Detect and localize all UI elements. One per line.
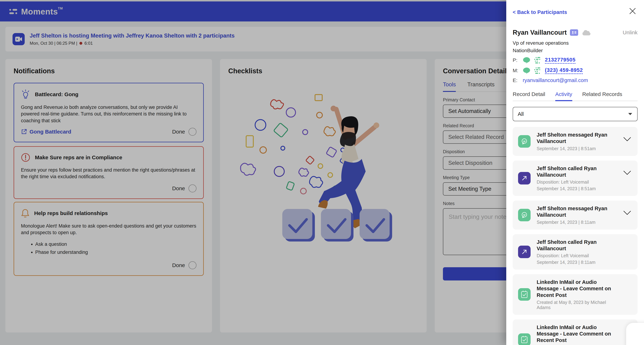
chevron-down-icon[interactable]: [623, 137, 631, 142]
phone-row: P:2132779505: [513, 57, 638, 64]
phone-row: M:(323) 459-8952: [513, 67, 638, 74]
dialer-icon[interactable]: [534, 57, 542, 64]
activity-filter-value: All: [518, 111, 524, 117]
activity-item[interactable]: LinkedIn InMail or Audio Message - Leave…: [513, 274, 638, 315]
activity-timestamp: Created at May 8, 2023 by Michael Adams: [537, 300, 620, 310]
email-prefix: E:: [513, 78, 520, 83]
close-icon[interactable]: [628, 7, 636, 15]
caret-down-icon: [628, 113, 632, 115]
unlink-button[interactable]: Unlink: [623, 29, 638, 35]
activity-timestamp: September 14, 2023 | 8:11am: [537, 260, 620, 265]
tab-related-records[interactable]: Related Records: [582, 91, 622, 101]
activity-item[interactable]: Jeff Shelton messaged Ryan VaillancourtS…: [513, 201, 638, 230]
activity-timestamp: September 14, 2023 | 8:51am: [537, 146, 620, 151]
contact-rows: P:2132779505M:(323) 459-8952: [513, 57, 638, 74]
activity-title: LinkedIn InMail or Audio Message - Leave…: [537, 324, 620, 344]
participant-drawer: < Back to Participants Ryan Vaillancourt…: [506, 0, 644, 345]
activity-item[interactable]: Jeff Shelton messaged Ryan VaillancourtS…: [513, 127, 638, 156]
activity-title: Jeff Shelton messaged Ryan Vaillancourt: [537, 205, 620, 218]
phone-prefix: M:: [513, 68, 520, 73]
activity-item[interactable]: Jeff Shelton called Ryan VaillancourtDis…: [513, 161, 638, 196]
message-icon: [518, 135, 530, 148]
participant-company: NationBuilder: [513, 48, 638, 53]
cloud-icon[interactable]: [582, 29, 591, 36]
tab-record-detail[interactable]: Record Detail: [513, 91, 545, 101]
activity-title: LinkedIn InMail or Audio Message - Leave…: [537, 279, 620, 298]
app-root: MomentsTM Jeff Shelton is hosting Meetin…: [0, 0, 644, 345]
contact-card-icon[interactable]: [570, 29, 578, 36]
activity-disposition: Disposition: Left Voicemail: [537, 179, 620, 185]
chevron-down-icon[interactable]: [623, 171, 631, 175]
activity-filter-select[interactable]: All: [513, 107, 638, 121]
phone-prefix: P:: [513, 57, 520, 63]
email-link[interactable]: ryanvaillancourt@gmail.com: [523, 77, 588, 83]
activity-title: Jeff Shelton called Ryan Vaillancourt: [537, 239, 620, 252]
activity-timestamp: September 14, 2023 | 8:51am: [537, 186, 620, 191]
call-icon: [518, 246, 530, 258]
activity-item[interactable]: Jeff Shelton called Ryan VaillancourtDis…: [513, 234, 638, 270]
email-row: E: ryanvaillancourt@gmail.com: [513, 77, 638, 83]
dialer-icon[interactable]: [534, 67, 542, 74]
sms-icon[interactable]: [523, 57, 530, 64]
task-icon: [518, 333, 530, 345]
back-to-participants-link[interactable]: < Back to Participants: [513, 9, 567, 15]
message-icon: [518, 209, 530, 221]
floating-element: [626, 323, 644, 345]
participant-name: Ryan Vaillancourt: [513, 29, 567, 36]
phone-link[interactable]: (323) 459-8952: [545, 67, 583, 74]
activity-list: Jeff Shelton messaged Ryan VaillancourtS…: [513, 127, 638, 345]
phone-link[interactable]: 2132779505: [545, 57, 576, 64]
sms-icon[interactable]: [523, 67, 530, 74]
activity-item[interactable]: LinkedIn InMail or Audio Message - Leave…: [513, 320, 638, 345]
chevron-down-icon[interactable]: [623, 211, 631, 215]
drawer-tabs: Record DetailActivityRelated Records: [513, 91, 638, 101]
task-icon: [518, 288, 530, 301]
tab-activity[interactable]: Activity: [555, 91, 572, 101]
call-icon: [518, 172, 530, 184]
activity-title: Jeff Shelton called Ryan Vaillancourt: [537, 165, 620, 178]
participant-role: Vp of revenue operations: [513, 40, 638, 46]
activity-timestamp: September 14, 2023 | 8:11am: [537, 220, 620, 225]
activity-title: Jeff Shelton messaged Ryan Vaillancourt: [537, 132, 620, 145]
activity-disposition: Disposition: Left Voicemail: [537, 253, 620, 258]
